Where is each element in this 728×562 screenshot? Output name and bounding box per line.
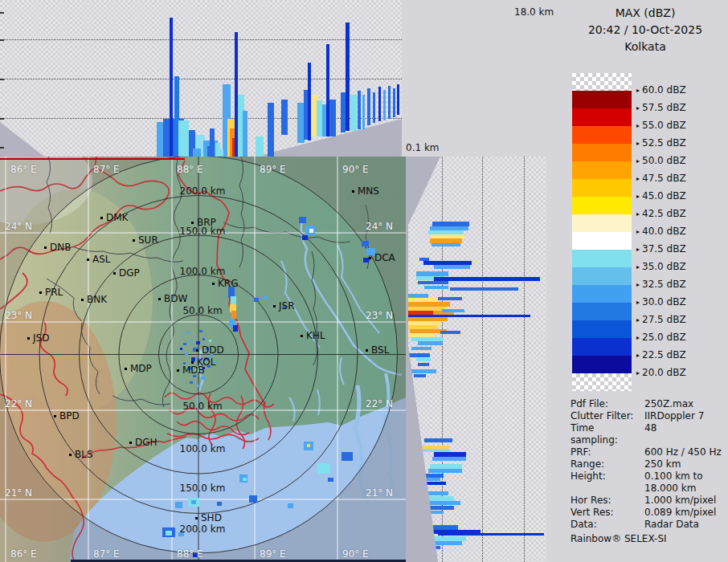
legend-tick-arrow-icon: ▸: [636, 316, 640, 324]
legend-band: [572, 126, 632, 144]
info-value: 1.000 km/pixel: [644, 495, 726, 507]
legend-label: ▸45.0 dBZ: [636, 190, 686, 202]
echo-bar: [193, 149, 201, 157]
legend-label: ▸40.0 dBZ: [636, 226, 686, 237]
city-label: ASL: [87, 254, 111, 265]
legend-tick-arrow-icon: ▸: [636, 140, 640, 147]
longitude-label: 88° E: [177, 548, 203, 560]
sidebar: MAX (dBZ) 20:42 / 10-Oct-2025 Kolkata ▸6…: [562, 0, 728, 562]
info-label: Data:: [571, 519, 644, 531]
city-label: BPD: [54, 410, 80, 422]
echo-bar: [397, 84, 399, 115]
legend-tick-arrow-icon: ▸: [636, 104, 640, 112]
city-dot-icon: [273, 305, 276, 307]
echo-bar: [281, 100, 288, 135]
longitude-label: 86° E: [10, 548, 37, 560]
longitude-label: 86° E: [10, 164, 37, 175]
city-dot-icon: [212, 283, 215, 285]
legend-band: [572, 338, 632, 356]
legend-label: ▸25.0 dBZ: [636, 332, 686, 343]
echo-bar: [170, 18, 173, 157]
city-dot-icon: [81, 299, 84, 301]
city-dot-icon: [125, 368, 127, 370]
city-label: DGH: [129, 437, 157, 448]
range-ring-label: 100.0 km: [166, 266, 239, 277]
legend-band: [572, 285, 632, 303]
echo-bar: [367, 88, 370, 125]
city-label: BLS: [69, 449, 93, 460]
info-row: Data:Radar Data: [571, 519, 726, 531]
echo-bar: [268, 103, 274, 157]
legend-label: ▸47.5 dBZ: [636, 173, 686, 184]
legend-tick-arrow-icon: ▸: [636, 246, 640, 253]
longitude-label: 90° E: [342, 548, 369, 560]
info-row: Clutter Filter:IIRDoppler 7: [571, 410, 726, 422]
right-height-profile-panel: [406, 157, 546, 562]
longitude-label: 89° E: [260, 548, 286, 560]
echo-bar: [178, 120, 189, 157]
range-ring-label: 50.0 km: [166, 401, 239, 412]
product-info-block: Pdf File:250Z.maxClutter Filter:IIRDoppl…: [571, 398, 726, 545]
legend-band: [572, 108, 632, 126]
longitude-label: 89° E: [260, 164, 286, 175]
legend-label: ▸42.5 dBZ: [636, 208, 686, 219]
height-axis-max-label: 18.0 km: [514, 6, 554, 18]
legend-tick-arrow-icon: ▸: [636, 369, 640, 377]
info-value: 0.100 km to 18.000 km: [644, 470, 726, 495]
legend-label: ▸60.0 dBZ: [636, 84, 686, 96]
city-label: KHL: [301, 330, 325, 341]
echo-bar: [207, 146, 214, 157]
city-label: KRG: [212, 278, 239, 289]
echo-bar: [362, 95, 365, 129]
legend-tick-arrow-icon: ▸: [636, 352, 640, 359]
city-label: JSD: [27, 332, 49, 344]
info-label: Vert Res:: [571, 507, 644, 519]
city-label: SUR: [133, 234, 158, 246]
legend-band: [572, 214, 632, 232]
city-label: SHD: [195, 512, 222, 523]
legend-label: ▸52.5 dBZ: [636, 137, 686, 149]
legend-band: [572, 144, 632, 161]
legend-label: ▸37.5 dBZ: [636, 243, 686, 255]
map-labels-layer: 86° E86° E87° E87° E88° E88° E89° E89° E…: [0, 157, 406, 562]
city-label: JSR: [273, 300, 295, 312]
city-label: DCA: [369, 252, 395, 263]
city-dot-icon: [191, 361, 194, 364]
software-brand: Rainbow® SELEX-SI: [571, 533, 726, 545]
city-label: PRL: [39, 287, 63, 298]
echo-bar: [218, 149, 223, 157]
city-dot-icon: [54, 415, 56, 417]
city-dot-icon: [195, 517, 198, 519]
info-value: 0.089 km/pixel: [644, 507, 726, 519]
top-profile-echoes: [0, 0, 402, 157]
city-dot-icon: [39, 291, 42, 294]
city-label: MNS: [352, 185, 379, 197]
range-ring-label: 200.0 km: [166, 185, 239, 197]
legend-band-above-max: [572, 73, 632, 91]
echo-bar: [317, 100, 322, 136]
city-label: BSL: [366, 344, 389, 356]
legend-tick-arrow-icon: ▸: [636, 87, 640, 94]
city-label: MDB: [177, 364, 205, 376]
echo-bar: [388, 86, 391, 119]
range-ring-label: 50.0 km: [166, 305, 239, 316]
latitude-label: 22° N: [5, 398, 32, 409]
info-value: IIRDoppler 7: [644, 410, 726, 422]
city-dot-icon: [87, 259, 89, 261]
info-label: Pdf File:: [571, 398, 644, 410]
top-height-profile-panel: [0, 0, 402, 157]
city-dot-icon: [191, 222, 194, 224]
city-label: DNB: [44, 242, 71, 253]
legend-tick-arrow-icon: ▸: [636, 175, 640, 182]
echo-bar: [329, 100, 336, 136]
latitude-label: 23° N: [366, 310, 393, 321]
range-ring-label: 150.0 km: [166, 483, 239, 494]
longitude-label: 87° E: [93, 164, 120, 175]
beam-blockage-wedge-right: [406, 157, 546, 562]
radar-map-panel: 86° E86° E87° E87° E88° E88° E89° E89° E…: [0, 157, 406, 562]
echo-bar: [383, 90, 386, 120]
legend-band: [572, 232, 632, 250]
legend-label: ▸32.5 dBZ: [636, 279, 686, 290]
info-row: Range:250 km: [571, 458, 726, 470]
info-label: Clutter Filter:: [571, 410, 644, 422]
